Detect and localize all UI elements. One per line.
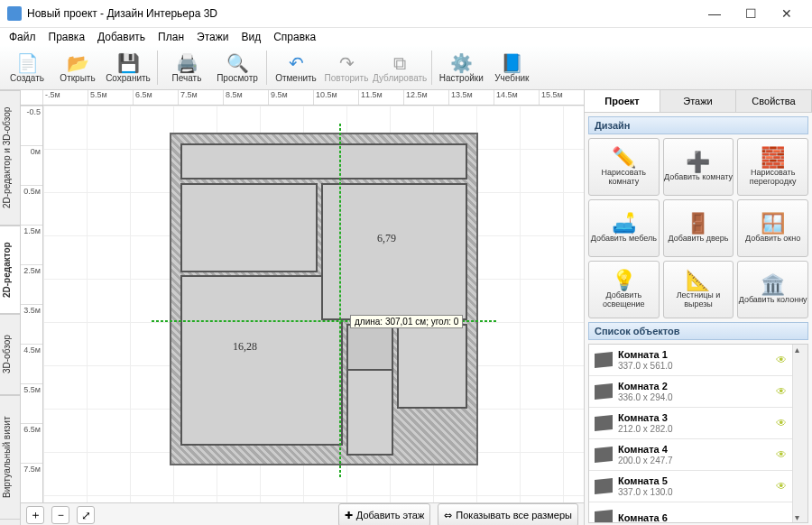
ruler-horizontal: -.5м5.5м6.5м7.5м8.5м9.5м10.5м11.5м12.5м1…	[21, 90, 584, 106]
column-icon: 🏛️	[761, 274, 785, 296]
bulb-icon: 💡	[612, 270, 636, 291]
save-button[interactable]: 💾Сохранить	[103, 46, 153, 89]
measure-tooltip: длина: 307,01 см; угол: 0	[350, 315, 463, 328]
tool-column[interactable]: 🏛️Добавить колонну	[737, 261, 808, 318]
app-icon	[7, 6, 22, 21]
objects-header: Список объектов	[588, 322, 808, 340]
tab-project[interactable]: Проект	[585, 90, 660, 112]
settings-button[interactable]: ⚙️Настройки	[436, 46, 486, 89]
titlebar: Новый проект - Дизайн Интерьера 3D — ☐ ✕	[0, 0, 812, 28]
tab-floors[interactable]: Этажи	[660, 90, 736, 112]
toolbar: 📄Создать 📂Открыть 💾Сохранить 🖨️Печать 🔍П…	[0, 46, 812, 90]
tutorial-button[interactable]: 📘Учебник	[486, 46, 537, 89]
right-panel: Проект Этажи Свойства Дизайн ✏️Нарисоват…	[584, 90, 812, 525]
canvas-bottombar: ＋ － ⤢ ✚Добавить этаж ⇔Показывать все раз…	[21, 502, 584, 525]
area-label-a: 16,28	[233, 340, 257, 354]
undo-button[interactable]: ↶Отменить	[271, 46, 321, 89]
vtab-virtual[interactable]: Виртуальный визит	[0, 395, 20, 520]
object-list: Комната 1337.0 x 561.0👁 Комната 2336.0 x…	[588, 344, 808, 523]
menu-floors[interactable]: Этажи	[191, 29, 234, 45]
plus-icon: ✚	[345, 510, 353, 521]
menu-edit[interactable]: Правка	[43, 29, 91, 45]
tool-window[interactable]: 🪟Добавить окно	[737, 199, 808, 257]
disk-icon: 💾	[117, 53, 140, 73]
tool-door[interactable]: 🚪Добавить дверь	[663, 199, 734, 257]
room-kitchen[interactable]	[321, 183, 467, 320]
brick-icon: 🧱	[761, 147, 785, 169]
eye-icon[interactable]: 👁	[776, 417, 787, 429]
eye-icon[interactable]: 👁	[776, 480, 787, 493]
list-item[interactable]: Комната 2336.0 x 294.0👁	[589, 376, 792, 408]
preview-button[interactable]: 🔍Просмотр	[212, 46, 263, 89]
print-button[interactable]: 🖨️Печать	[161, 46, 212, 89]
panel-tabs: Проект Этажи Свойства	[585, 90, 812, 113]
vtab-2d[interactable]: 2D-редактор	[0, 226, 20, 314]
duplicate-button[interactable]: ⧉Дублировать	[372, 46, 428, 89]
redo-icon: ↷	[339, 53, 355, 73]
room-living[interactable]	[180, 275, 343, 446]
room-icon	[595, 478, 613, 494]
tool-draw-room[interactable]: ✏️Нарисовать комнату	[588, 138, 660, 196]
room-bath[interactable]	[397, 324, 467, 409]
zoom-in-button[interactable]: ＋	[26, 506, 44, 524]
menu-add[interactable]: Добавить	[92, 29, 151, 45]
add-floor-button[interactable]: ✚Добавить этаж	[338, 503, 430, 525]
scrollbar[interactable]	[792, 345, 807, 522]
menubar: Файл Правка Добавить План Этажи Вид Спра…	[0, 28, 812, 46]
room-small[interactable]	[346, 324, 393, 371]
list-item[interactable]: Комната 3212.0 x 282.0👁	[589, 408, 792, 439]
list-item[interactable]: Комната 5337.0 x 130.0👁	[589, 471, 792, 502]
list-item[interactable]: Комната 6	[589, 502, 792, 522]
vtab-3d[interactable]: 3D-обзор	[0, 314, 20, 395]
tool-grid: ✏️Нарисовать комнату ➕Добавить комнату 🧱…	[585, 138, 812, 318]
dims-icon: ⇔	[444, 510, 452, 521]
new-icon: 📄	[16, 53, 39, 73]
open-button[interactable]: 📂Открыть	[52, 46, 103, 89]
eye-icon[interactable]: 👁	[776, 354, 787, 366]
tool-add-room[interactable]: ➕Добавить комнату	[663, 138, 734, 196]
menu-help[interactable]: Справка	[268, 29, 321, 45]
room-hall[interactable]	[180, 143, 467, 180]
minimize-button[interactable]: —	[697, 0, 733, 27]
canvas-area: -.5м5.5м6.5м7.5м8.5м9.5м10.5м11.5м12.5м1…	[21, 90, 584, 525]
vtab-2d3d[interactable]: 2D-редактор и 3D-обзор	[0, 90, 20, 226]
ruler-vertical: -0.50м0.5м1.5м2.5м3.5м4.5м5.5м6.5м7.5м	[21, 106, 43, 502]
redo-button[interactable]: ↷Повторить	[321, 46, 372, 89]
menu-view[interactable]: Вид	[235, 29, 266, 45]
room-top-left[interactable]	[180, 183, 318, 272]
copy-icon: ⧉	[393, 53, 406, 73]
tool-stairs[interactable]: 📐Лестницы и вырезы	[663, 261, 734, 318]
show-dims-button[interactable]: ⇔Показывать все размеры	[438, 503, 578, 525]
room-icon	[595, 447, 613, 463]
magnifier-icon: 🔍	[226, 53, 249, 73]
undo-icon: ↶	[289, 53, 304, 73]
maximize-button[interactable]: ☐	[733, 0, 769, 27]
door-icon: 🚪	[686, 213, 710, 235]
design-header: Дизайн	[588, 116, 808, 134]
list-item[interactable]: Комната 1337.0 x 561.0👁	[589, 345, 792, 376]
eye-icon[interactable]: 👁	[776, 448, 787, 461]
gear-icon: ⚙️	[450, 53, 473, 73]
room-icon	[595, 510, 613, 522]
separator	[157, 51, 158, 85]
tool-lighting[interactable]: 💡Добавить освещение	[588, 261, 660, 318]
close-button[interactable]: ✕	[769, 0, 805, 27]
floor-plan-canvas[interactable]: 16,28 6,79 длина: 307,01 см; угол: 0	[43, 106, 584, 502]
area-label-b: 6,79	[377, 232, 396, 245]
window-icon: 🪟	[761, 213, 785, 235]
separator	[266, 51, 267, 85]
eye-icon[interactable]: 👁	[776, 385, 787, 398]
tool-partition[interactable]: 🧱Нарисовать перегородку	[737, 138, 808, 196]
menu-file[interactable]: Файл	[4, 29, 42, 45]
pencil-icon: ✏️	[612, 147, 636, 169]
tab-properties[interactable]: Свойства	[736, 90, 812, 112]
window-title: Новый проект - Дизайн Интерьера 3D	[27, 7, 697, 20]
room-icon	[595, 352, 613, 368]
tool-furniture[interactable]: 🛋️Добавить мебель	[588, 199, 660, 257]
zoom-fit-button[interactable]: ⤢	[77, 506, 95, 524]
list-item[interactable]: Комната 4200.0 x 247.7👁	[589, 439, 792, 471]
create-button[interactable]: 📄Создать	[2, 46, 52, 89]
zoom-out-button[interactable]: －	[51, 506, 69, 524]
main: 2D-редактор и 3D-обзор 2D-редактор 3D-об…	[0, 90, 812, 525]
menu-plan[interactable]: План	[152, 29, 189, 45]
